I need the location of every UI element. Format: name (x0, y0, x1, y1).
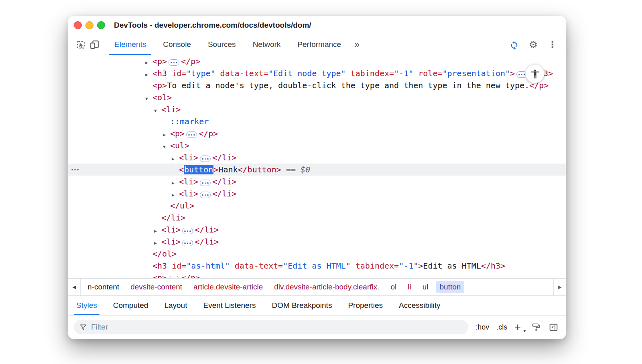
code-token-attr: tabindex= (351, 261, 399, 271)
inline-expand-icon[interactable] (182, 240, 193, 246)
sync-icon[interactable] (507, 38, 521, 51)
code-token-tag: </p> (181, 273, 200, 278)
device-toolbar-icon[interactable] (87, 38, 101, 51)
breadcrumb-item-n-content[interactable]: n-content (84, 281, 123, 293)
breadcrumb-items: n-contentdevsite-contentarticle.devsite-… (81, 279, 553, 295)
code-token-text: To edit a node's type, double-click the … (167, 81, 529, 90)
tab-layout[interactable]: Layout (156, 296, 195, 315)
inline-expand-icon[interactable] (169, 59, 179, 66)
inline-expand-icon[interactable] (200, 180, 211, 186)
filter-placeholder: Filter (91, 323, 108, 332)
node-ul-open[interactable]: ▼<ul> (68, 140, 566, 152)
tab-network[interactable]: Network (244, 34, 289, 55)
node-li-collapsed[interactable]: ▶<li></li> (68, 188, 566, 200)
code-token-tag: <h3 (152, 69, 167, 78)
minimize-window-button[interactable] (85, 21, 93, 29)
breadcrumb-item-div-devsite-article-body-clearfix[interactable]: div.devsite-article-body.clearfix. (270, 281, 383, 293)
code-token-text: Hank (218, 165, 238, 174)
node-ul-close[interactable]: </ul> (68, 200, 566, 212)
toggle-element-state-button[interactable]: :hov (475, 323, 489, 332)
tab-performance[interactable]: Performance (289, 34, 349, 55)
code-token-tag: </h3> (481, 261, 505, 271)
styles-filter-input[interactable]: Filter (74, 320, 468, 334)
devtools-toolbar: ElementsConsoleSourcesNetworkPerformance… (68, 34, 566, 55)
inline-expand-icon[interactable] (200, 156, 211, 162)
toggle-sidebar-icon[interactable] (549, 322, 559, 332)
window-title: DevTools - developer.chrome.com/docs/dev… (114, 21, 311, 30)
inline-expand-icon[interactable] (182, 228, 193, 234)
code-token-sel[interactable]: button (184, 165, 213, 174)
element-classes-button[interactable]: .cls (496, 323, 507, 332)
tab-sources[interactable]: Sources (199, 34, 244, 55)
expand-arrow-icon[interactable]: ▶ (145, 273, 152, 278)
breadcrumb-scroll-right-icon[interactable]: ▶ (553, 279, 566, 295)
tab-elements[interactable]: Elements (106, 34, 154, 55)
code-token-tag: <ol> (152, 93, 172, 102)
tab-styles[interactable]: Styles (68, 296, 105, 315)
node-li-collapsed[interactable]: ▶<li></li> (68, 224, 566, 236)
inspect-element-icon[interactable] (74, 38, 87, 51)
code-token-tag: <li> (161, 105, 181, 114)
tab-event-listeners[interactable]: Event Listeners (195, 296, 264, 315)
node-li-collapsed[interactable]: ▶<li></li> (68, 176, 566, 188)
inline-expand-icon[interactable] (200, 192, 211, 198)
node-p-collapsed[interactable]: ▶<p></p> (68, 272, 566, 278)
more-tabs-button[interactable]: » (349, 34, 364, 55)
breadcrumb-item-ul[interactable]: ul (419, 281, 432, 293)
settings-gear-icon[interactable]: ⚙ (526, 38, 540, 51)
tab-accessibility[interactable]: Accessibility (391, 296, 448, 315)
tab-console[interactable]: Console (154, 34, 199, 55)
code-token-tag: > (418, 261, 423, 271)
inline-expand-icon[interactable] (169, 276, 179, 278)
styles-filter-bar: Filter :hov .cls +▾ (68, 315, 566, 339)
node-h3-type[interactable]: ▶<h3 id="type" data-text="Edit node type… (68, 67, 566, 79)
tab-properties[interactable]: Properties (340, 296, 391, 315)
tab-computed[interactable]: Computed (105, 296, 156, 315)
devtools-window: DevTools - developer.chrome.com/docs/dev… (68, 16, 566, 339)
tab-dom-breakpoints[interactable]: DOM Breakpoints (264, 296, 340, 315)
code-token-val: "-1" (394, 69, 413, 78)
node-p-collapsed[interactable]: ▶<p></p> (68, 127, 566, 140)
node-p-edit-type[interactable]: <p>To edit a node's type, double-click t… (68, 79, 566, 91)
node-p-collapsed[interactable]: ▶<p></p> (68, 55, 566, 67)
new-style-rule-button[interactable]: +▾ (514, 322, 524, 333)
node-ol-close[interactable]: </ol> (68, 248, 566, 260)
code-token-attr: tabindex= (346, 69, 394, 78)
code-token-tag: </li> (161, 213, 185, 222)
node-li-open[interactable]: ▼<li> (68, 103, 566, 115)
row-menu-icon[interactable]: … (71, 162, 80, 173)
code-token-val: "type" (186, 69, 215, 78)
node-marker[interactable]: ::marker (68, 115, 566, 127)
breadcrumb-item-article-devsite-article[interactable]: article.devsite-article (190, 281, 266, 293)
paint-roller-icon[interactable] (531, 322, 541, 332)
node-li-collapsed[interactable]: ▶<li></li> (68, 236, 566, 248)
node-button-selected[interactable]: <button>Hank</button> == $0… (68, 164, 566, 176)
node-li-collapsed[interactable]: ▶<li></li> (68, 152, 566, 164)
code-token-val: "Edit as HTML" (283, 261, 351, 271)
close-window-button[interactable] (74, 21, 82, 29)
code-token-tag: <li> (161, 237, 181, 247)
code-token-tag: </ol> (152, 249, 177, 259)
node-ol-open[interactable]: ▼<ol> (68, 91, 566, 103)
breadcrumb-scroll-left-icon[interactable]: ◀ (68, 279, 81, 295)
code-token-tag: </li> (195, 225, 219, 235)
kebab-menu-icon[interactable]: ⋮ (546, 38, 559, 51)
code-token-tag: </p> (199, 129, 218, 138)
code-token-tag: <p> (152, 57, 167, 66)
window-titlebar[interactable]: DevTools - developer.chrome.com/docs/dev… (68, 16, 566, 34)
zoom-window-button[interactable] (97, 21, 105, 29)
code-token-tag: <li> (179, 153, 198, 162)
toolbar-right: ⚙ ⋮ (507, 34, 566, 55)
breadcrumb-item-button[interactable]: button (436, 281, 465, 293)
node-li-close[interactable]: </li> (68, 212, 566, 224)
node-h3-as-html[interactable]: <h3 id="as-html" data-text="Edit as HTML… (68, 260, 566, 272)
breadcrumb-item-li[interactable]: li (404, 281, 414, 293)
code-token-attr: id= (167, 69, 186, 78)
accessibility-overlay-icon[interactable] (526, 65, 544, 83)
code-token-eq: == (281, 165, 301, 174)
breadcrumb-item-ol[interactable]: ol (387, 281, 400, 293)
inline-expand-icon[interactable] (186, 131, 197, 138)
code-token-tag: </button> (238, 165, 281, 174)
breadcrumb-item-devsite-content[interactable]: devsite-content (127, 281, 186, 293)
code-token-tag: < (179, 165, 184, 174)
